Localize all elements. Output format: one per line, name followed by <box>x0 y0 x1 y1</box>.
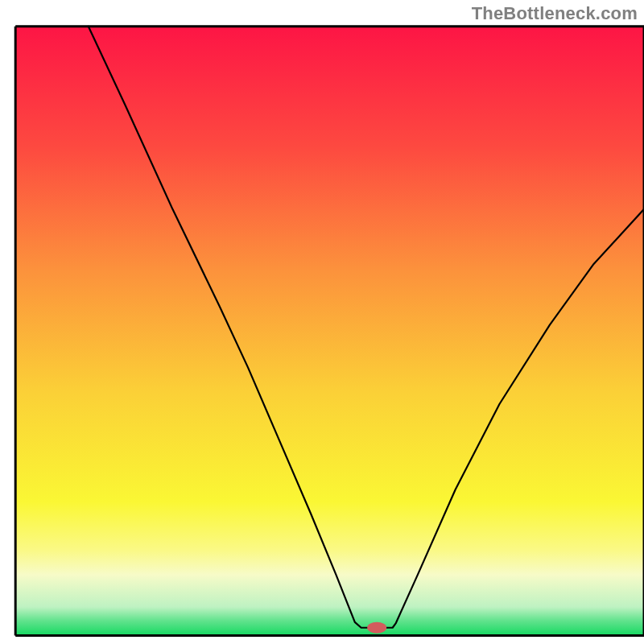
bottleneck-chart <box>0 0 644 644</box>
chart-container: TheBottleneck.com <box>0 0 644 644</box>
gradient-background <box>15 27 644 636</box>
watermark-label: TheBottleneck.com <box>472 3 638 24</box>
optimal-marker <box>367 622 386 634</box>
